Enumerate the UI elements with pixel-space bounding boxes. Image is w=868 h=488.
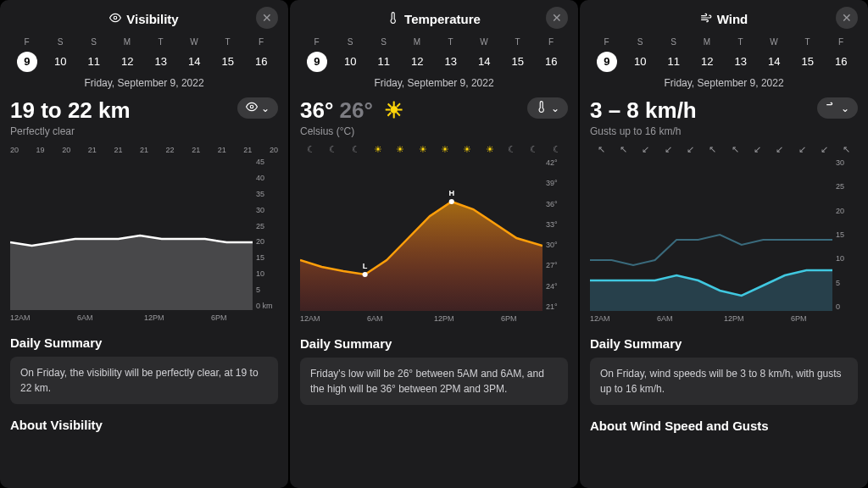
temp-low: 26° bbox=[340, 97, 373, 123]
arrow-icon: ↖ bbox=[702, 144, 724, 155]
date-item[interactable]: T13 bbox=[724, 37, 758, 72]
visibility-condition: Perfectly clear bbox=[10, 125, 131, 137]
arrow-icon: ↙ bbox=[813, 144, 835, 155]
metric-picker[interactable]: ⌄ bbox=[817, 97, 858, 119]
date-item[interactable]: W14 bbox=[178, 37, 212, 72]
date-item[interactable]: F16 bbox=[245, 37, 279, 72]
wind-chart[interactable]: 302520151050 bbox=[590, 158, 858, 311]
wind-icon bbox=[700, 12, 712, 26]
date-item[interactable]: F16 bbox=[535, 37, 569, 72]
x-axis: 12AM6AM12PM6PM bbox=[590, 314, 858, 323]
about-title: About Visibility bbox=[10, 418, 278, 432]
metric-picker[interactable]: ⌄ bbox=[527, 97, 568, 119]
x-axis: 12AM6AM12PM6PM bbox=[10, 313, 278, 322]
svg-point-1 bbox=[250, 105, 253, 108]
close-button[interactable]: ✕ bbox=[836, 7, 858, 29]
full-date: Friday, September 9, 2022 bbox=[10, 77, 278, 89]
x-axis: 12AM6AM12PM6PM bbox=[300, 314, 568, 323]
date-item[interactable]: F9 bbox=[590, 37, 624, 72]
close-button[interactable]: ✕ bbox=[256, 7, 278, 29]
low-marker: L bbox=[363, 262, 368, 270]
chevron-down-icon: ⌄ bbox=[551, 103, 559, 114]
arrow-icon: ↖ bbox=[724, 144, 746, 155]
date-item[interactable]: T15 bbox=[211, 37, 245, 72]
moon-icon: ☾ bbox=[322, 144, 344, 155]
thermometer-icon bbox=[387, 12, 399, 26]
panel-title: Wind bbox=[700, 12, 748, 26]
condition-icons: ☾☾☾☀︎☀︎☀︎☀︎☀︎☀︎☾☾☾ bbox=[300, 144, 568, 155]
sun-icon: ☀︎ bbox=[412, 144, 434, 155]
date-item[interactable]: S11 bbox=[367, 37, 401, 72]
sun-icon: ☀︎ bbox=[389, 144, 411, 155]
date-item[interactable]: W14 bbox=[758, 37, 792, 72]
panel-header: Temperature ✕ bbox=[300, 7, 568, 30]
date-item[interactable]: S10 bbox=[334, 37, 368, 72]
chevron-down-icon: ⌄ bbox=[841, 103, 849, 114]
date-item[interactable]: M12 bbox=[691, 37, 725, 72]
close-button[interactable]: ✕ bbox=[546, 7, 568, 29]
title-text: Visibility bbox=[126, 12, 178, 26]
temperature-panel: Temperature ✕ F9S10S11M12T13W14T15F16 Fr… bbox=[290, 0, 578, 488]
arrow-icon: ↙ bbox=[657, 144, 679, 155]
arrow-icon: ↖ bbox=[590, 144, 612, 155]
thermometer-icon bbox=[536, 101, 548, 115]
visibility-panel: Visibility ✕ F9S10S11M12T13W14T15F16 Fri… bbox=[0, 0, 288, 488]
date-item[interactable]: S10 bbox=[624, 37, 658, 72]
visibility-chart[interactable]: 454035302520151050 km bbox=[10, 158, 278, 310]
arrow-icon: ↙ bbox=[791, 144, 813, 155]
metric-row: 36° 26° ☀︎ Celsius (°C) ⌄ bbox=[300, 97, 568, 137]
sun-icon: ☀︎ bbox=[456, 144, 478, 155]
date-item[interactable]: S11 bbox=[77, 37, 111, 72]
wind-value: 3 – 8 km/h bbox=[590, 97, 697, 124]
temperature-chart[interactable]: H L 42°39°36°33°30°27°24°21° bbox=[300, 158, 568, 311]
y-axis: 454035302520151050 km bbox=[253, 158, 278, 310]
temp-values: 36° 26° ☀︎ bbox=[300, 97, 403, 124]
eye-icon bbox=[246, 101, 258, 115]
arrow-icon: ↙ bbox=[746, 144, 768, 155]
y-axis: 42°39°36°33°30°27°24°21° bbox=[542, 158, 568, 311]
chevron-down-icon: ⌄ bbox=[261, 103, 270, 114]
date-item[interactable]: W14 bbox=[468, 37, 502, 72]
metric-row: 3 – 8 km/h Gusts up to 16 km/h ⌄ bbox=[590, 97, 858, 137]
moon-icon: ☾ bbox=[345, 144, 367, 155]
y-axis: 302520151050 bbox=[832, 158, 858, 311]
date-item[interactable]: M12 bbox=[111, 37, 145, 72]
moon-icon: ☾ bbox=[546, 144, 568, 155]
panel-title: Visibility bbox=[109, 12, 178, 26]
metric-picker[interactable]: ⌄ bbox=[237, 97, 278, 119]
moon-icon: ☾ bbox=[300, 144, 322, 155]
arrow-icon: ↙ bbox=[635, 144, 657, 155]
date-item[interactable]: T13 bbox=[434, 37, 468, 72]
title-text: Wind bbox=[717, 12, 748, 26]
date-item[interactable]: S11 bbox=[657, 37, 691, 72]
date-item[interactable]: M12 bbox=[401, 37, 435, 72]
summary-box: On Friday, the visibility will be perfec… bbox=[10, 357, 278, 404]
sun-icon: ☀︎ bbox=[384, 97, 403, 123]
arrow-icon: ↙ bbox=[679, 144, 701, 155]
summary-title: Daily Summary bbox=[590, 336, 858, 351]
sun-icon: ☀︎ bbox=[434, 144, 456, 155]
about-title: About Wind Speed and Gusts bbox=[590, 419, 858, 433]
metric-row: 19 to 22 km Perfectly clear ⌄ bbox=[10, 97, 278, 137]
panel-title: Temperature bbox=[387, 12, 481, 26]
full-date: Friday, September 9, 2022 bbox=[300, 77, 568, 89]
wind-icon bbox=[826, 101, 837, 115]
svg-point-0 bbox=[114, 16, 118, 19]
date-item[interactable]: F9 bbox=[300, 37, 334, 72]
date-item[interactable]: T15 bbox=[791, 37, 825, 72]
date-item[interactable]: F16 bbox=[825, 37, 859, 72]
panel-header: Visibility ✕ bbox=[10, 7, 278, 30]
high-marker: H bbox=[448, 189, 454, 197]
date-item[interactable]: S10 bbox=[44, 37, 78, 72]
sun-icon: ☀︎ bbox=[479, 144, 501, 155]
visibility-value: 19 to 22 km bbox=[10, 97, 131, 124]
wind-panel: Wind ✕ F9S10S11M12T13W14T15F16 Friday, S… bbox=[580, 0, 868, 488]
close-icon: ✕ bbox=[842, 11, 852, 25]
date-item[interactable]: F9 bbox=[10, 37, 44, 72]
arrow-icon: ↖ bbox=[612, 144, 634, 155]
date-item[interactable]: T13 bbox=[144, 37, 178, 72]
arrow-icon: ↖ bbox=[836, 144, 858, 155]
summary-title: Daily Summary bbox=[300, 336, 568, 351]
date-item[interactable]: T15 bbox=[501, 37, 535, 72]
moon-icon: ☾ bbox=[501, 144, 523, 155]
